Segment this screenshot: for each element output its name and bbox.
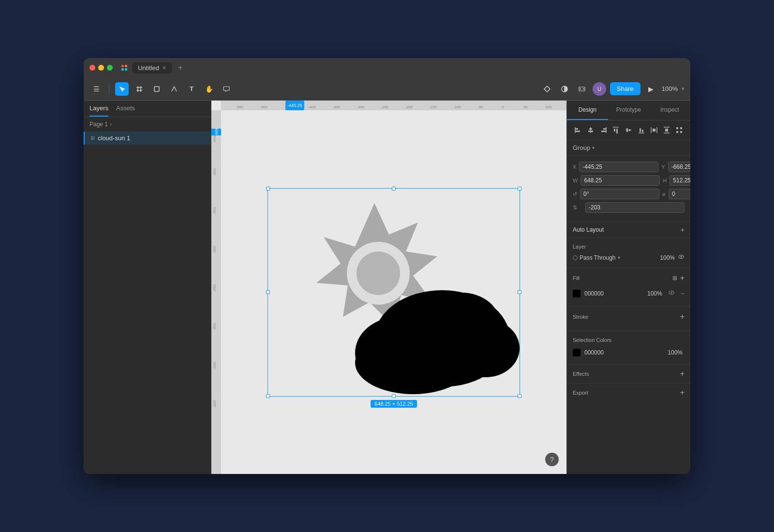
tab-close-icon[interactable]: ✕ bbox=[162, 65, 166, 71]
export-section: Export + bbox=[567, 384, 690, 402]
text-tool[interactable]: T bbox=[185, 82, 198, 96]
layer-section-title: Layer bbox=[573, 244, 586, 250]
embed-icon[interactable] bbox=[575, 82, 589, 96]
export-title: Export bbox=[573, 390, 588, 396]
x-input[interactable] bbox=[579, 162, 658, 172]
close-button[interactable] bbox=[89, 65, 95, 71]
align-center-h-button[interactable] bbox=[585, 124, 596, 136]
new-tab-button[interactable]: + bbox=[178, 63, 182, 72]
frame-tool[interactable] bbox=[133, 82, 146, 96]
comment-tool[interactable] bbox=[220, 82, 233, 96]
tidy-up-button[interactable] bbox=[674, 124, 685, 136]
rotation-input[interactable] bbox=[580, 189, 659, 199]
rotation-label: ↺ bbox=[573, 191, 577, 197]
alignment-row bbox=[567, 120, 690, 140]
fill-section: Fill ⊞ + 000000 100% − bbox=[567, 268, 690, 307]
fill-opacity-value: 100% bbox=[647, 290, 662, 297]
handle-top-mid[interactable] bbox=[392, 187, 396, 191]
align-right-button[interactable] bbox=[598, 124, 609, 136]
file-tab[interactable]: Untitled ✕ bbox=[132, 62, 172, 74]
h-input[interactable] bbox=[670, 175, 690, 186]
selection-color-item: 000000 100% bbox=[573, 347, 685, 358]
opacity-value[interactable]: 100% bbox=[660, 254, 675, 261]
tab-design[interactable]: Design bbox=[567, 101, 608, 120]
align-left-button[interactable] bbox=[573, 124, 583, 136]
handle-mid-right[interactable] bbox=[518, 290, 521, 294]
distribute-h-button[interactable] bbox=[649, 124, 659, 136]
effects-add-icon[interactable]: + bbox=[680, 369, 685, 378]
fill-remove-icon[interactable]: − bbox=[681, 290, 685, 297]
handle-mid-left[interactable] bbox=[266, 290, 270, 294]
ruler-mark-v: -600 bbox=[212, 168, 217, 176]
list-item[interactable]: ⊞ cloud-sun 1 bbox=[84, 132, 211, 145]
tab-layers[interactable]: Layers bbox=[89, 104, 108, 117]
svg-rect-42 bbox=[680, 131, 682, 133]
svg-rect-15 bbox=[575, 128, 578, 130]
minimize-button[interactable] bbox=[98, 65, 104, 71]
clip-input[interactable] bbox=[585, 202, 685, 213]
selection-box[interactable]: 648.25 × 512.25 bbox=[268, 188, 520, 397]
maximize-button[interactable] bbox=[107, 65, 113, 71]
ruler-mark: -500 bbox=[260, 105, 268, 109]
fill-actions: ⊞ + bbox=[672, 274, 685, 282]
ruler-mark-v: -350 bbox=[212, 362, 217, 369]
selection-color-swatch[interactable] bbox=[573, 349, 580, 356]
handle-bottom-mid[interactable] bbox=[392, 394, 396, 398]
fill-color-swatch[interactable] bbox=[573, 290, 580, 297]
blend-mode-label: Pass Through bbox=[580, 254, 616, 261]
tab-assets[interactable]: Assets bbox=[116, 104, 135, 117]
blend-dropdown-icon: ▾ bbox=[618, 255, 620, 260]
export-add-icon[interactable]: + bbox=[680, 388, 685, 397]
play-button[interactable]: ▶ bbox=[644, 82, 658, 96]
handle-bottom-left[interactable] bbox=[266, 394, 270, 398]
auto-layout-add-icon[interactable]: + bbox=[681, 226, 685, 234]
stroke-add-icon[interactable]: + bbox=[680, 312, 685, 321]
h-label: H bbox=[663, 177, 667, 183]
fill-item: 000000 100% − bbox=[573, 286, 685, 300]
select-tool[interactable] bbox=[115, 82, 129, 96]
help-button[interactable]: ? bbox=[545, 453, 559, 466]
svg-rect-39 bbox=[676, 127, 678, 129]
share-button[interactable]: Share bbox=[610, 82, 640, 95]
fill-add-icon[interactable]: + bbox=[680, 274, 685, 282]
tab-inspect[interactable]: Inspect bbox=[649, 101, 690, 120]
component-icon[interactable] bbox=[540, 82, 554, 96]
handle-top-right[interactable] bbox=[518, 187, 521, 191]
align-top-button[interactable] bbox=[610, 124, 621, 136]
canvas-content: 648.25 × 512.25 bbox=[221, 110, 566, 474]
fill-grid-icon[interactable]: ⊞ bbox=[672, 275, 677, 281]
tool-group-text: T bbox=[185, 82, 198, 96]
tab-prototype[interactable]: Prototype bbox=[608, 101, 649, 120]
align-bottom-button[interactable] bbox=[636, 124, 647, 136]
svg-point-47 bbox=[670, 292, 672, 294]
handle-bottom-right[interactable] bbox=[518, 394, 521, 398]
layer-blend-row: Pass Through ▾ 100% bbox=[573, 253, 685, 262]
toolbar-left: ☰ bbox=[89, 82, 103, 96]
zoom-level[interactable]: 100% bbox=[662, 85, 678, 92]
x-label: X bbox=[573, 164, 576, 170]
blend-mode-selector[interactable]: Pass Through ▾ bbox=[573, 254, 620, 261]
contrast-icon[interactable] bbox=[558, 82, 571, 96]
corner-input[interactable] bbox=[669, 189, 690, 199]
menu-button[interactable]: ☰ bbox=[89, 82, 103, 96]
rectangle-tool[interactable] bbox=[150, 82, 164, 96]
w-input[interactable] bbox=[580, 175, 660, 186]
canvas-area[interactable]: -550 -500 -450 -400 -350 -300 -250 -200 … bbox=[211, 101, 566, 474]
clip-label: ⇅ bbox=[573, 205, 582, 211]
svg-rect-0 bbox=[121, 65, 124, 67]
hand-tool[interactable]: ✋ bbox=[202, 82, 216, 96]
user-avatar[interactable]: U bbox=[593, 82, 606, 96]
align-middle-button[interactable] bbox=[623, 124, 634, 136]
visibility-icon[interactable] bbox=[678, 253, 685, 262]
zoom-dropdown-icon[interactable]: ▾ bbox=[682, 86, 685, 92]
distribute-v-button[interactable] bbox=[661, 124, 672, 136]
stroke-section-header: Stroke + bbox=[573, 312, 685, 321]
vector-tool[interactable] bbox=[167, 82, 181, 96]
page-name[interactable]: Page 1 bbox=[89, 121, 108, 128]
y-input[interactable] bbox=[668, 162, 690, 172]
layer-section: Layer Pass Through ▾ 100% bbox=[567, 238, 690, 268]
svg-rect-5 bbox=[154, 87, 159, 91]
handle-top-left[interactable] bbox=[266, 187, 270, 191]
fill-visibility-icon[interactable] bbox=[668, 289, 675, 297]
tool-group-frame bbox=[133, 82, 146, 96]
